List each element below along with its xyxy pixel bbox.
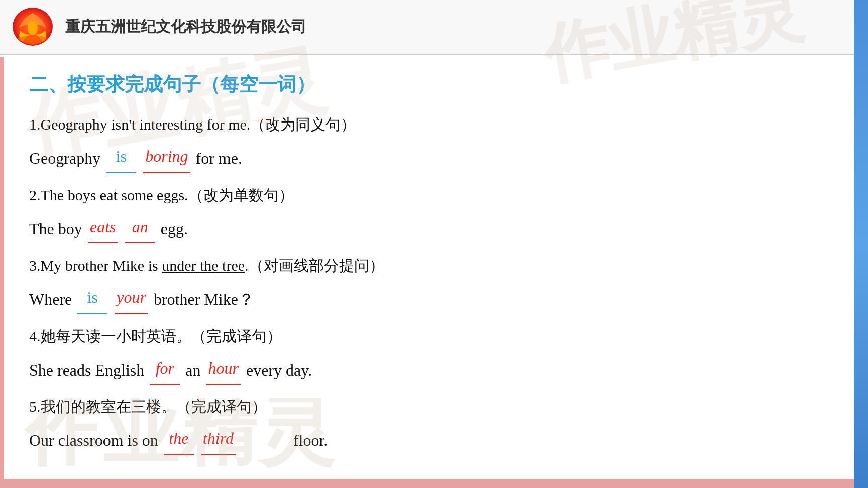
- exercise-2: 2.The boys eat some eggs.（改为单数句） The boy…: [29, 182, 829, 244]
- exercise-2-answer: The boy eats an egg.: [29, 213, 829, 244]
- exercise-3-underlined: under the tree: [162, 257, 245, 274]
- header: 重庆五洲世纪文化科技股份有限公司 作业精灵: [0, 0, 854, 55]
- svg-point-1: [28, 21, 38, 35]
- exercise-4-blank-1: for: [150, 354, 180, 385]
- exercise-3-blank-2: your: [115, 283, 148, 314]
- exercise-1-blank-2: boring: [143, 142, 190, 173]
- exercise-3: 3.My brother Mike is under the tree.（对画线…: [29, 253, 829, 314]
- exercise-3-answer: Where is your brother Mike？: [29, 283, 829, 314]
- right-sidebar-bar: [854, 0, 868, 488]
- exercise-4-answer: She reads English for an hour every day.: [29, 354, 829, 385]
- exercise-3-blank-1: is: [77, 283, 107, 314]
- exercise-2-question: 2.The boys eat some eggs.（改为单数句）: [29, 182, 829, 208]
- exercise-1-answer: Geography is boring for me.: [29, 142, 829, 173]
- exercise-5-question: 5.我们的教室在三楼。（完成译句）: [29, 394, 829, 419]
- exercise-3-question: 3.My brother Mike is under the tree.（对画线…: [29, 253, 829, 278]
- exercise-2-blank-2: an: [125, 213, 155, 244]
- exercise-1: 1.Geography isn't interesting for me.（改为…: [29, 111, 829, 173]
- company-name-text: 重庆五洲世纪文化科技股份有限公司: [65, 17, 306, 37]
- exercise-5-blank-1: the: [164, 424, 194, 455]
- left-accent-bar: [0, 57, 4, 488]
- exercise-1-blank-1: is: [106, 142, 136, 173]
- section-title: 二、按要求完成句子（每空一词）: [29, 72, 829, 97]
- main-content: 二、按要求完成句子（每空一词） 1.Geography isn't intere…: [4, 57, 854, 479]
- exercise-4-question: 4.她每天读一小时英语。（完成译句）: [29, 323, 829, 349]
- bottom-accent-bar: [4, 479, 854, 488]
- exercise-5-blank-2: third: [201, 424, 236, 455]
- exercise-5-answer: Our classroom is on the third floor.: [29, 424, 829, 455]
- company-logo: [10, 6, 55, 48]
- exercise-1-question: 1.Geography isn't interesting for me.（改为…: [29, 111, 829, 137]
- exercise-4-blank-2: hour: [206, 354, 241, 385]
- exercise-2-blank-1: eats: [88, 213, 118, 244]
- exercise-4: 4.她每天读一小时英语。（完成译句） She reads English for…: [29, 323, 829, 385]
- exercise-5: 5.我们的教室在三楼。（完成译句） Our classroom is on th…: [29, 394, 829, 455]
